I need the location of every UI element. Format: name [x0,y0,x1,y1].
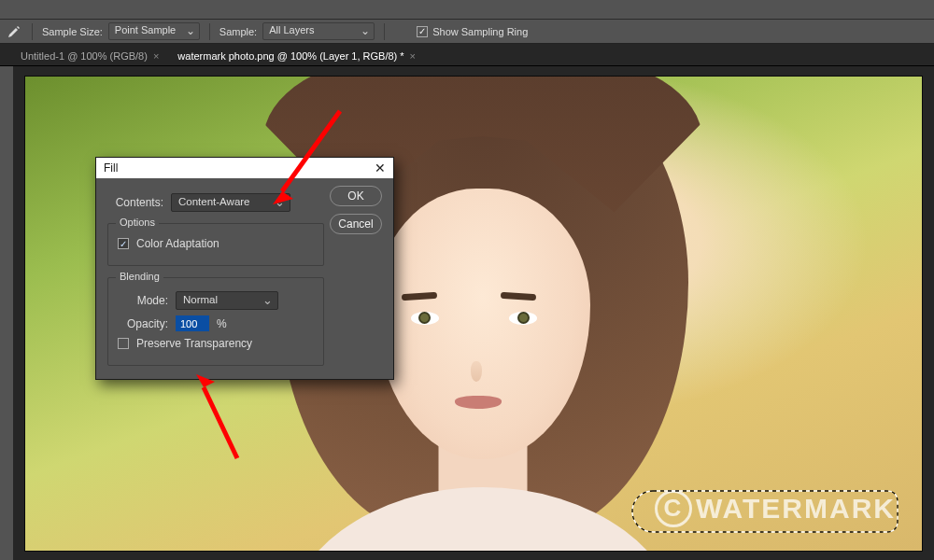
color-adaptation-label: Color Adaptation [136,237,219,250]
menu-bar [0,0,934,19]
opacity-input[interactable] [176,315,209,331]
photo-eye [509,312,537,325]
close-icon[interactable]: ✕ [375,161,386,175]
photo-eye [411,312,439,325]
preserve-transparency-checkbox[interactable]: Preserve Transparency [118,337,314,350]
selection-marquee [617,485,907,538]
blending-legend: Blending [116,271,163,282]
mode-combo[interactable]: Normal [176,291,278,310]
sample-size-combo[interactable]: Point Sample [108,22,200,40]
dialog-titlebar[interactable]: Fill ✕ [96,158,393,178]
tool-rail[interactable] [0,66,13,560]
show-sampling-ring-label: Show Sampling Ring [432,26,528,37]
mode-label: Mode: [118,294,168,307]
sample-combo[interactable]: All Layers [262,22,375,40]
options-bar: Sample Size: Point Sample Sample: All La… [0,19,934,44]
color-adaptation-checkbox[interactable]: ✓ Color Adaptation [118,237,314,250]
close-icon[interactable]: × [410,50,416,62]
contents-combo[interactable]: Content-Aware [171,193,290,212]
tab-watermark-photo[interactable]: watermark photo.png @ 100% (Layer 1, RGB… [168,47,425,65]
options-legend: Options [116,217,159,228]
opacity-suffix: % [217,317,227,330]
photo-lips [455,396,502,409]
eyedropper-tool-icon[interactable] [6,23,22,40]
sample-label: Sample: [219,26,257,37]
workspace: C WATERMARK Fill ✕ OK Cancel [0,66,934,560]
fill-dialog: Fill ✕ OK Cancel Contents: Content-Aware… [95,157,394,380]
show-sampling-ring-checkbox[interactable]: ✓ Show Sampling Ring [417,26,528,37]
tab-untitled[interactable]: Untitled-1 @ 100% (RGB/8)× [11,47,168,65]
sample-size-label: Sample Size: [42,26,103,37]
document-tabs: Untitled-1 @ 100% (RGB/8)× watermark pho… [0,44,934,66]
canvas-area[interactable]: C WATERMARK Fill ✕ OK Cancel [13,66,934,560]
photo-nose [471,361,482,382]
contents-label: Contents: [107,196,163,209]
opacity-label: Opacity: [118,317,168,330]
cancel-button[interactable]: Cancel [330,214,382,234]
close-icon[interactable]: × [153,50,159,62]
dialog-title: Fill [104,161,118,175]
ok-button[interactable]: OK [330,186,382,206]
preserve-transparency-label: Preserve Transparency [136,337,252,350]
